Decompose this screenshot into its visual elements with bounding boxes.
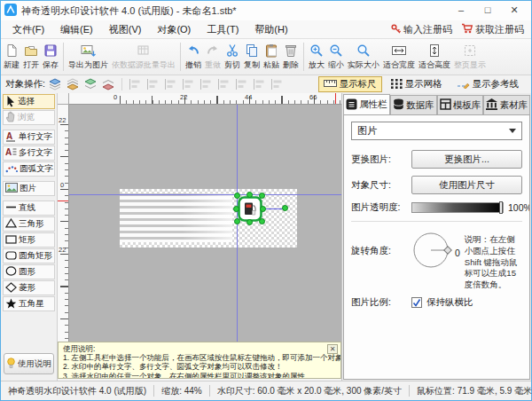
resize-handle-s[interactable] [246,219,253,225]
resize-handle-w[interactable] [233,206,239,212]
redo-button[interactable]: 重做 [203,40,223,74]
show-ruler-toggle[interactable]: 显示标尺 [318,76,382,92]
watermark-document[interactable] [120,189,297,248]
tool-multi-line-text[interactable]: A多行文字 [3,145,55,161]
tab-templates[interactable]: 模板库 [437,95,484,114]
status-app-name: 神奇透明水印设计软件 4.0 (试用版) [1,385,153,397]
close-button[interactable]: ✕ [501,2,528,20]
show-grid-toggle[interactable]: 显示网格 [386,76,448,92]
align-left-icon[interactable] [128,78,143,91]
usage-help-box: 使用说明: 1. 左侧工具栏中选择一个功能后，在画布区域按住鼠标左键拖动，即可添… [58,342,341,379]
tool-star[interactable]: 五角星 [3,296,55,311]
use-image-size-button[interactable]: 使用图片尺寸 [411,176,522,194]
status-mouse-position: 鼠标位置: 71.9 毫米, 5.9 毫米 [410,385,532,397]
maximize-button[interactable]: □ [474,2,501,20]
move-down-layer-icon[interactable] [101,78,116,91]
undo-button[interactable]: 撤销 [184,40,203,74]
enter-register-code-link[interactable]: 输入注册码 [391,23,452,36]
bring-to-front-icon[interactable] [48,78,63,91]
resize-handle-nw[interactable] [234,193,240,199]
paste-button[interactable]: 粘贴 [262,40,281,74]
panel-tabs: 属性栏 数据库 模板库 素材库 [342,93,531,114]
menu-edit[interactable]: 编辑(E) [52,22,101,37]
resize-handle-se[interactable] [259,218,265,224]
actual-size-button[interactable]: 实际大小 [346,40,381,74]
floppy-icon [43,43,58,59]
app-icon [4,4,17,18]
same-size-icon[interactable] [270,78,285,91]
tool-diamond[interactable]: 菱形 [3,280,55,295]
open-folder-icon [24,43,38,59]
close-help-button[interactable]: ✕ [327,344,338,354]
delete-button[interactable]: 删除 [281,40,301,74]
tool-arc-text[interactable]: 圆弧文字 [3,161,55,177]
align-top-icon[interactable] [181,78,196,91]
opacity-slider[interactable] [411,202,504,213]
export-image-button[interactable]: 导出为图片 [66,40,110,74]
properties-panel: 属性栏 数据库 模板库 素材库 图片 更换图片: 更换图片... 对象尺寸: 使… [341,93,531,381]
align-right-icon[interactable] [163,78,178,91]
new-button[interactable]: 新建 [2,40,21,74]
minimize-button[interactable]: – [448,2,474,20]
tool-image[interactable]: 图片 [3,181,55,196]
align-center-icon[interactable] [145,78,160,91]
chevron-down-icon [509,129,516,133]
space-vertical-icon[interactable] [252,78,267,91]
menu-help[interactable]: 帮助(H) [246,22,295,37]
save-button[interactable]: 保存 [41,40,60,74]
open-button[interactable]: 打开 [21,40,41,74]
resize-handle-e[interactable] [260,206,266,212]
resize-handle-n[interactable] [246,192,253,198]
redo-icon [206,43,220,59]
rotation-handle[interactable] [282,205,288,211]
full-page-button[interactable]: 整页显示 [452,40,488,74]
zoom-out-button[interactable]: 缩小 [326,40,346,74]
move-up-layer-icon[interactable] [83,78,98,91]
toolbar-separator [121,78,122,90]
status-watermark-size: 水印尺寸: 60.0 毫米 x 20.0 毫米, 300 像素/英寸 [210,385,409,397]
copy-button[interactable]: 复制 [242,40,262,74]
star-icon [5,298,17,311]
resize-handle-sw[interactable] [234,218,240,224]
tool-rectangle[interactable]: 矩形 [3,232,55,248]
cut-button[interactable]: 剪切 [223,40,242,74]
menu-tools[interactable]: 工具(T) [199,22,246,37]
get-register-code-link[interactable]: 获取注册码 [461,23,524,36]
tool-line[interactable]: 直线 [3,200,55,216]
object-type-dropdown[interactable]: 图片 [351,122,522,140]
tool-pan[interactable]: 浏览 [3,110,55,125]
tool-select[interactable]: 选择 [3,94,55,109]
send-to-back-icon[interactable] [66,78,81,91]
keep-aspect-checkbox[interactable] [411,297,422,308]
selected-image-object[interactable] [238,196,262,222]
replace-image-button[interactable]: 更换图片... [411,150,522,169]
tool-circle[interactable]: 圆形 [3,264,55,279]
menu-object[interactable]: 对象(O) [149,22,199,37]
properties-icon [346,98,357,112]
resize-handle-ne[interactable] [259,193,265,199]
fit-height-button[interactable]: 适合高度 [417,40,452,74]
rotation-note: 说明：在左侧小圆点上按住 Shift 键拖动鼠标可以生成15度倍数角。 [465,234,522,291]
fit-width-button[interactable]: 适合宽度 [381,40,417,74]
tool-triangle[interactable]: 三角形 [3,216,55,232]
menu-view[interactable]: 视图(V) [101,22,150,37]
tool-rounded-rectangle[interactable]: 圆角矩形 [3,248,55,263]
align-bottom-icon[interactable] [216,78,231,91]
zoom-in-button[interactable]: 放大 [307,40,326,74]
canvas[interactable] [69,105,341,342]
rotation-dial[interactable] [411,229,454,273]
show-guides-toggle[interactable]: 显示参考线 [451,76,525,92]
tool-single-line-text[interactable]: A单行文字 [3,130,55,145]
space-horizontal-icon[interactable] [234,78,249,91]
tab-materials[interactable]: 素材库 [483,95,530,114]
stripes-image-object[interactable] [120,193,232,242]
opacity-slider-knob[interactable] [499,201,503,214]
batch-export-button[interactable]: 依数据源批量导出 [110,40,177,74]
tab-properties[interactable]: 属性栏 [343,94,390,114]
usage-help-button[interactable]: 使用说明 [4,353,54,374]
align-middle-icon[interactable] [199,78,214,91]
cart-icon [461,23,473,35]
menu-file[interactable]: 文件(F) [4,22,52,37]
horizontal-guide-line [69,194,341,195]
tab-database[interactable]: 数据库 [390,95,437,114]
